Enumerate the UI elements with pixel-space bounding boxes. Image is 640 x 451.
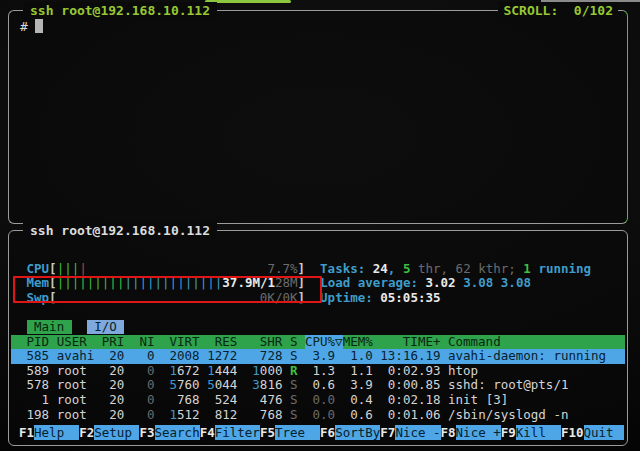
- htop-tab-bar: Main I/O: [11, 320, 625, 335]
- terminal-screen: ssh root@192.168.10.112 SCROLL: 0/102 # …: [0, 0, 640, 451]
- fkey-label-f10: F10: [561, 425, 584, 440]
- cpu-meter: CPU[|||| 7.7%] Tasks: 24, 5 thr, 62 kthr…: [11, 262, 625, 277]
- fkey-label-f6: F6: [320, 425, 335, 440]
- tab-main[interactable]: Main: [27, 320, 72, 334]
- htop-pane[interactable]: ssh root@192.168.10.112 CPU[|||| 7.7%] T…: [8, 230, 628, 446]
- function-key-bar: F1Help F2Setup F3SearchF4FilterF5Tree F6…: [12, 425, 624, 440]
- fkey-action-help[interactable]: Help: [34, 425, 79, 440]
- tab-io[interactable]: I/O: [87, 320, 125, 334]
- scroll-indicator: SCROLL: 0/102: [498, 2, 618, 19]
- fkey-action-tree[interactable]: Tree: [275, 425, 320, 440]
- sort-column-header[interactable]: CPU%▽: [305, 335, 343, 349]
- fkey-action-filter[interactable]: Filter: [215, 425, 260, 440]
- fkey-action-quit[interactable]: Quit: [584, 425, 624, 440]
- fkey-action-kill[interactable]: Kill: [516, 425, 561, 440]
- fkey-action-nice-[interactable]: Nice -: [395, 425, 440, 440]
- fkey-label-f5: F5: [260, 425, 275, 440]
- pane-title: ssh root@192.168.10.112: [23, 222, 217, 239]
- fkey-action-search[interactable]: Search: [155, 425, 200, 440]
- fkey-action-nice-[interactable]: Nice +: [456, 425, 501, 440]
- annotation-highlight-box: [13, 276, 322, 303]
- process-row[interactable]: 589 root 20 0 1672 1444 1000 R 1.3 1.1 0…: [11, 364, 625, 379]
- text-cursor: [35, 19, 43, 33]
- process-row[interactable]: 198 root 20 0 1512 812 768 S 0.0 0.6 0:0…: [11, 408, 625, 423]
- process-row[interactable]: 1 root 20 0 768 524 476 S 0.0 0.4 0:02.1…: [11, 393, 625, 408]
- blank-line: [11, 305, 625, 320]
- fkey-label-f4: F4: [200, 425, 215, 440]
- htop-content: CPU[|||| 7.7%] Tasks: 24, 5 thr, 62 kthr…: [11, 247, 625, 422]
- table-header-row[interactable]: PID USER PRI NI VIRT RES SHR S CPU%▽MEM%…: [11, 335, 625, 350]
- process-row[interactable]: 578 root 20 0 5760 5044 3816 S 0.6 3.9 0…: [11, 378, 625, 393]
- fkey-label-f3: F3: [139, 425, 154, 440]
- process-row[interactable]: 585 avahi 20 0 2008 1272 728 S 3.9 1.0 1…: [11, 349, 625, 364]
- fkey-action-setup[interactable]: Setup: [94, 425, 139, 440]
- top-edge-green-strip: [205, 0, 291, 3]
- fkey-label-f1: F1: [19, 425, 34, 440]
- fkey-label-f7: F7: [380, 425, 395, 440]
- shell-prompt[interactable]: #: [20, 19, 43, 34]
- ssh-shell-pane[interactable]: ssh root@192.168.10.112 SCROLL: 0/102 #: [8, 10, 628, 224]
- fkey-label-f2: F2: [79, 425, 94, 440]
- fkey-label-f9: F9: [501, 425, 516, 440]
- fkey-action-sortby[interactable]: SortBy: [335, 425, 380, 440]
- pane-title: ssh root@192.168.10.112: [23, 2, 217, 19]
- blank-line: [11, 247, 625, 262]
- fkey-label-f8: F8: [441, 425, 456, 440]
